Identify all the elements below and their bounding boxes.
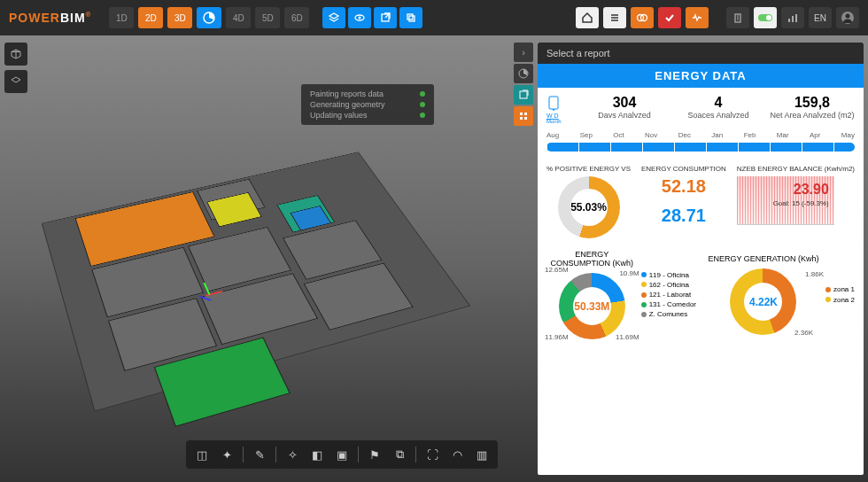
bt-cube[interactable]: ◫ [193,446,211,463]
right-tabs: › [514,43,533,126]
dim-4d[interactable]: 4D [226,7,251,28]
tab-external[interactable] [514,85,533,105]
bt-box[interactable]: ◧ [308,446,326,463]
positive-energy-gauge: % POSITIVE ENERGY VS 55.03% [546,165,631,238]
consumption-legend: 119 - Oficina 162 - Oficina 121 - Labora… [641,270,696,320]
consumption-donut: ENERGY CONSUMPTION (Kwh) 12.65M 10.9M 50… [546,250,696,339]
generation-legend: zona 1 zona 2 [825,284,855,304]
toggle-icon[interactable] [754,7,777,28]
timeline-labels: AugSepOctNovDecJanFebMarAprMay [538,131,864,143]
dim-6d[interactable]: 6D [284,7,309,28]
cube-icon[interactable] [4,43,27,66]
svg-rect-13 [795,14,797,22]
report-panel: Select a report ENERGY DATA W D Month 30… [538,43,864,475]
nzeb-balance: NZEB ENERGY BALANCE (Kwh/m2) 23.90 Goal:… [737,165,855,238]
bt-chart[interactable]: ▥ [473,446,491,463]
svg-rect-22 [549,97,558,109]
external-icon[interactable] [374,7,397,28]
svg-rect-21 [524,117,527,120]
dim-3d[interactable]: 3D [167,7,192,28]
bt-expand[interactable]: ⛶ [423,446,441,463]
svg-rect-5 [409,16,415,21]
svg-rect-20 [520,117,523,120]
pulse-icon[interactable] [686,7,709,28]
time-selector[interactable]: W D Month [546,95,573,124]
bottom-toolbar: ◫ ✦ ✎ ✧ ◧ ▣ ⚑ ⧉ ⛶ ◠ ▥ [186,440,498,469]
bt-tree[interactable]: ⚑ [366,446,384,463]
layers2-icon[interactable] [4,70,27,93]
layers-icon[interactable] [322,7,345,28]
tab-pie[interactable] [514,64,533,83]
app-logo: POWERBIM® [9,11,91,25]
svg-point-2 [359,17,361,19]
bt-folder[interactable]: ▣ [333,446,351,463]
bt-wand[interactable]: ✧ [283,446,301,463]
dim-2d[interactable]: 2D [138,7,163,28]
svg-rect-18 [520,113,523,115]
bt-person[interactable]: ✦ [218,446,236,463]
eye-icon[interactable] [348,7,371,28]
bt-pencil[interactable]: ✎ [251,446,268,463]
svg-point-10 [766,15,771,20]
dim-5d[interactable]: 5D [255,7,280,28]
copy-icon[interactable] [399,7,422,28]
building-icon[interactable] [726,7,749,28]
status-overlay: Painting reports data Generating geometr… [301,84,434,125]
check-icon[interactable] [658,7,681,28]
metric-area: 159,8Net Area Analvzed (m2) [770,95,855,124]
bt-arc[interactable]: ◠ [448,446,466,463]
panel-header[interactable]: Select a report [538,43,864,64]
user-icon[interactable] [836,7,859,28]
svg-rect-17 [520,91,527,98]
left-sidebar [4,43,27,93]
dim-1d[interactable]: 1D [109,7,134,28]
svg-point-23 [553,109,554,111]
home-icon[interactable] [576,7,599,28]
svg-rect-11 [788,19,790,22]
tab-chevron[interactable]: › [514,43,533,62]
bt-copy[interactable]: ⧉ [391,446,408,463]
list-icon[interactable] [603,7,626,28]
svg-rect-12 [792,16,794,22]
generation-donut: ENERGY GENERATION (Kwh) 1.86K 4.22K 2.36… [705,250,855,339]
svg-rect-4 [407,14,413,19]
lang-button[interactable]: EN [809,7,832,28]
tab-grid[interactable] [514,106,533,126]
svg-point-15 [846,14,850,19]
bars-icon[interactable] [781,7,804,28]
top-toolbar: POWERBIM® 1D 2D 3D 4D 5D 6D EN [0,0,868,35]
metric-spaces: 4Soaces Analvzed [676,95,761,124]
energy-title: ENERGY DATA [538,64,864,88]
timeline-slider[interactable] [546,143,855,152]
metric-days: 304Davs Analvzed [582,95,667,124]
energy-consumption-values: ENERGY CONSUMPTION 52.18 28.71 [641,165,726,238]
overlap-icon[interactable] [631,7,654,28]
dim-pie-icon[interactable] [197,7,221,28]
svg-rect-19 [524,113,527,115]
